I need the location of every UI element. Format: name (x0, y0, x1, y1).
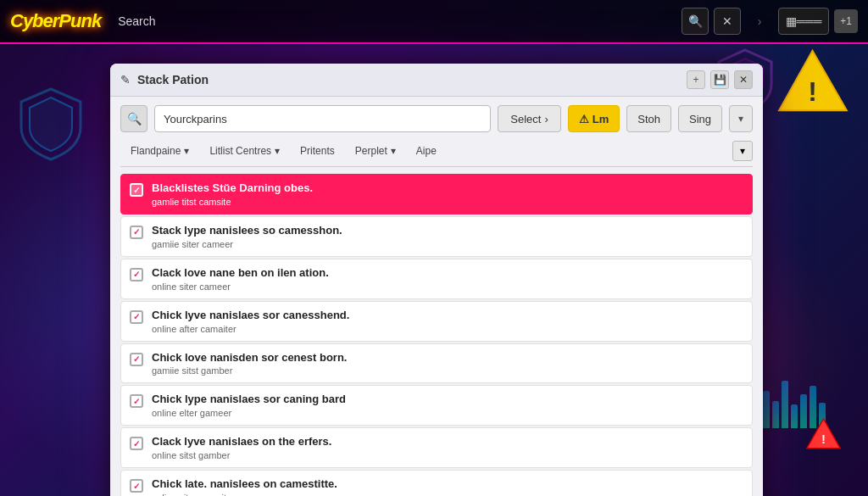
checkbox[interactable]: ✓ (130, 437, 143, 450)
item-content: Chick love nanisden sor cenest born.gami… (152, 351, 743, 376)
dropdown-arrow-button[interactable]: ▾ (729, 105, 753, 132)
checkbox[interactable]: ✓ (130, 226, 143, 239)
search-icon-button[interactable]: 🔍 (120, 105, 147, 132)
chevron-down-icon: ▾ (275, 145, 280, 157)
item-subtitle: online elter gameer (152, 408, 743, 418)
top-search-label: Search (118, 14, 673, 28)
item-subtitle: gamiie siter cameer (152, 239, 743, 249)
chevron-down-icon: ▾ (391, 145, 396, 157)
titlebar-actions: + 💾 ✕ (687, 70, 753, 89)
item-title: Chick late. nanislees on camestitte. (152, 477, 743, 492)
list-item[interactable]: ✓Blacklistes Stŭe Darning obes.gamlie ti… (120, 174, 753, 215)
chart-bar (772, 401, 779, 428)
filter-more-button[interactable]: ▾ (732, 141, 753, 161)
list-item[interactable]: ✓Clack love nane ben on ilen ation.onlin… (120, 259, 753, 299)
item-content: Clack love nane ben on ilen ation.online… (152, 266, 743, 292)
filter-tabs: Flandpaine ▾Litlist Centres ▾PritentsPer… (120, 141, 753, 167)
filter-tab-aipe[interactable]: Aipe (406, 142, 447, 160)
list-item[interactable]: ✓Chick love nanisden sor cenest born.gam… (120, 343, 753, 384)
item-subtitle: gamlie titst camsite (152, 197, 743, 207)
item-content: Chick late. nanislees on camestitte.onli… (152, 477, 743, 496)
filter-tab-litlist-centres[interactable]: Litlist Centres ▾ (199, 142, 290, 160)
stoh-button[interactable]: Stoh (626, 105, 671, 132)
item-subtitle: gamiie sitst gamber (152, 365, 743, 376)
grid-icon-btn[interactable]: ▦═══ (778, 8, 829, 35)
close-icon-btn[interactable]: ✕ (714, 8, 741, 35)
warning-triangle-large: ! (775, 47, 851, 118)
modal-close-button[interactable]: ✕ (734, 70, 753, 89)
save-button[interactable]: 💾 (710, 70, 729, 89)
svg-text:!: ! (821, 432, 826, 446)
item-title: Clack love nane ben on ilen ation. (152, 266, 743, 281)
checkbox[interactable]: ✓ (130, 183, 143, 197)
chart-bar (763, 391, 770, 428)
top-icon-group: 🔍 ✕ › ▦═══ +1 (682, 8, 858, 35)
checkmark-icon: ✓ (133, 439, 140, 449)
checkmark-icon: ✓ (133, 312, 140, 321)
warning-triangle-small: ! (804, 416, 843, 454)
chevron-down-icon: ▾ (184, 145, 189, 157)
list-item[interactable]: ✓Chick lype nanislaes sor caning bardonl… (120, 385, 753, 426)
filter-tab-flandpaine[interactable]: Flandpaine ▾ (120, 142, 199, 160)
item-title: Chick lyve nanislaes sor canesshend. (152, 309, 743, 323)
item-content: Chick lype nanislaes sor caning bardonli… (152, 393, 743, 418)
item-content: Clack lyve nanislaes on the erfers.onlin… (152, 435, 743, 460)
checkmark-icon: ✓ (133, 354, 140, 364)
item-title: Blacklistes Stŭe Darning obes. (152, 181, 743, 196)
item-subtitle: online sitst gamber (152, 450, 743, 460)
shield-decoration-left (17, 85, 85, 164)
warning-button[interactable]: ⚠ Lm (568, 105, 620, 132)
item-title: Chick love nanisden sor cenest born. (152, 351, 743, 365)
item-content: Blacklistes Stŭe Darning obes.gamlie tit… (152, 181, 743, 207)
list-item[interactable]: ✓Stack lype nanislees so camesshon.gamii… (120, 216, 753, 257)
item-subtitle: online after camaiter (152, 324, 743, 334)
modal-title-icon: ✎ (120, 73, 131, 86)
main-modal: ✎ Stack Pation + 💾 ✕ 🔍 Select › ⚠ Lm Sto… (110, 64, 763, 496)
item-subtitle: online siter camsiter (152, 493, 743, 496)
sing-button[interactable]: Sing (678, 105, 722, 132)
pin-button[interactable]: + (687, 70, 705, 89)
list-container: ✓Blacklistes Stŭe Darning obes.gamlie ti… (120, 174, 753, 496)
checkmark-icon: ✓ (133, 227, 140, 237)
item-content: Stack lype nanislees so camesshon.gamiie… (152, 224, 743, 249)
modal-titlebar: ✎ Stack Pation + 💾 ✕ (110, 64, 763, 97)
app-logo: CyberPunk (10, 10, 101, 32)
checkmark-icon: ✓ (133, 186, 140, 195)
item-title: Stack lype nanislees so camesshon. (152, 224, 743, 238)
filter-tab-pritents[interactable]: Pritents (290, 142, 345, 160)
checkbox[interactable]: ✓ (130, 479, 143, 493)
checkmark-icon: ✓ (133, 482, 140, 491)
top-bar: CyberPunk Search 🔍 ✕ › ▦═══ +1 (0, 0, 868, 44)
list-item[interactable]: ✓Clack lyve nanislaes on the erfers.onli… (120, 427, 753, 468)
list-item[interactable]: ✓Chick late. nanislees on camestitte.onl… (120, 470, 753, 496)
item-content: Chick lyve nanislaes sor canesshend.onli… (152, 309, 743, 334)
divider: › (746, 8, 773, 35)
svg-text:!: ! (808, 76, 817, 107)
checkbox[interactable]: ✓ (130, 394, 143, 408)
modal-title: Stack Pation (137, 73, 680, 86)
plus-badge[interactable]: +1 (834, 9, 858, 33)
select-button[interactable]: Select › (498, 105, 560, 132)
chart-bar (782, 381, 788, 428)
item-title: Chick lype nanislaes sor caning bard (152, 393, 743, 407)
checkbox[interactable]: ✓ (130, 268, 143, 281)
filter-tab-perplet[interactable]: Perplet ▾ (345, 142, 406, 160)
checkmark-icon: ✓ (133, 397, 140, 406)
item-title: Clack lyve nanislaes on the erfers. (152, 435, 743, 449)
search-row: 🔍 Select › ⚠ Lm Stoh Sing ▾ (120, 105, 753, 132)
chart-bar (791, 404, 798, 428)
checkbox[interactable]: ✓ (130, 353, 143, 366)
search-icon-btn[interactable]: 🔍 (682, 8, 709, 35)
list-item[interactable]: ✓Chick lyve nanislaes sor canesshend.onl… (120, 301, 753, 342)
item-subtitle: online siter cameer (152, 281, 743, 292)
search-input[interactable] (154, 105, 491, 132)
checkbox[interactable]: ✓ (130, 310, 143, 324)
checkmark-icon: ✓ (133, 270, 140, 279)
modal-body: 🔍 Select › ⚠ Lm Stoh Sing ▾ Flandpaine ▾… (110, 97, 763, 496)
